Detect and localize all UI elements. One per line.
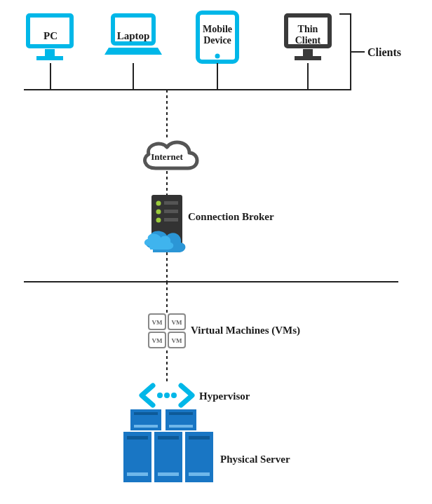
svg-point-11 bbox=[156, 210, 161, 214]
svg-rect-14 bbox=[164, 210, 178, 213]
hypervisor-label: Hypervisor bbox=[199, 390, 250, 402]
svg-rect-41 bbox=[189, 472, 210, 476]
svg-rect-32 bbox=[169, 425, 193, 428]
svg-rect-13 bbox=[164, 201, 178, 205]
svg-text:VM: VM bbox=[152, 337, 163, 344]
mobile-label-line2: Device bbox=[203, 35, 231, 46]
svg-rect-35 bbox=[127, 472, 148, 476]
svg-rect-15 bbox=[164, 218, 178, 222]
laptop-label: Laptop bbox=[117, 30, 150, 41]
vms-icon: VM VM VM VM bbox=[149, 314, 185, 348]
connection-broker-icon bbox=[144, 195, 186, 252]
svg-text:VM: VM bbox=[152, 319, 163, 326]
internet-label: Internet bbox=[151, 151, 183, 162]
svg-rect-31 bbox=[169, 412, 193, 415]
clients-bracket bbox=[339, 14, 365, 90]
svg-point-25 bbox=[164, 393, 170, 398]
thin-client-label-line2: Client bbox=[295, 35, 321, 46]
svg-point-26 bbox=[171, 393, 177, 398]
svg-point-24 bbox=[157, 393, 163, 398]
architecture-diagram: PC Laptop Mobile Device Thin Client Clie… bbox=[0, 0, 432, 504]
svg-text:VM: VM bbox=[172, 337, 182, 344]
mobile-label-line1: Mobile bbox=[203, 24, 232, 34]
pc-label: PC bbox=[43, 30, 58, 41]
svg-rect-8 bbox=[295, 56, 321, 60]
svg-rect-29 bbox=[134, 425, 158, 428]
svg-point-5 bbox=[215, 54, 220, 59]
svg-rect-28 bbox=[134, 412, 158, 415]
svg-rect-2 bbox=[36, 56, 63, 60]
svg-rect-34 bbox=[127, 436, 148, 440]
vms-label: Virtual Machines (VMs) bbox=[191, 325, 300, 336]
svg-text:VM: VM bbox=[172, 319, 182, 326]
svg-rect-7 bbox=[303, 49, 313, 56]
svg-rect-40 bbox=[189, 436, 210, 440]
physical-server-icon bbox=[123, 409, 213, 482]
svg-rect-1 bbox=[45, 49, 55, 56]
hypervisor-icon bbox=[142, 386, 192, 405]
svg-point-12 bbox=[156, 218, 161, 223]
svg-point-10 bbox=[156, 201, 161, 206]
thin-client-label-line1: Thin bbox=[298, 24, 318, 34]
clients-section-label: Clients bbox=[367, 46, 401, 58]
svg-rect-37 bbox=[158, 436, 179, 440]
connection-broker-label: Connection Broker bbox=[188, 211, 274, 222]
svg-rect-38 bbox=[158, 472, 179, 476]
physical-server-label: Physical Server bbox=[220, 454, 290, 465]
